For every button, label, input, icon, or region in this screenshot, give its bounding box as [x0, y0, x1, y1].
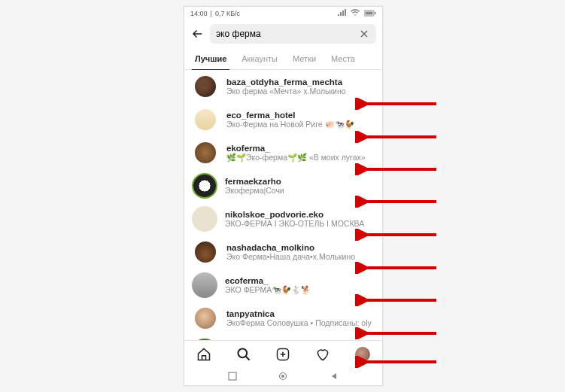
phone-frame: 14:00 | 0,7 КБ/с Лучшие А	[184, 6, 383, 386]
wifi-icon	[351, 9, 360, 18]
svg-rect-1	[366, 11, 373, 14]
result-username: nikolskoe_podvorie.eko	[225, 210, 375, 219]
nav-profile-icon[interactable]	[354, 346, 371, 363]
signal-icon	[337, 9, 346, 18]
back-button[interactable]	[190, 26, 205, 41]
tab-places[interactable]: Места	[324, 47, 363, 69]
tab-top[interactable]: Лучшие	[187, 47, 234, 69]
svg-rect-2	[375, 12, 376, 14]
avatar[interactable]	[192, 173, 217, 199]
avatar[interactable]	[193, 141, 217, 165]
search-box[interactable]	[210, 24, 376, 44]
tab-tags[interactable]: Метки	[285, 47, 324, 69]
battery-icon	[364, 10, 376, 18]
status-divider: |	[211, 10, 212, 17]
result-username: eco_ferma_hotel	[226, 111, 375, 120]
result-username: fermaekzarho	[225, 177, 375, 186]
search-input[interactable]	[216, 29, 358, 39]
result-username: nashadacha_molkino	[226, 243, 375, 252]
result-subtitle: Эко Ферма•Наша дача•х.Молькино	[226, 252, 375, 261]
result-row[interactable]: eco_ferma_hotel Эко-Ферма на Новой Риге …	[184, 103, 382, 136]
result-subtitle: Эко ферма «Мечта» х.Молькино	[226, 87, 375, 96]
result-row[interactable]: ekoferma_ 🌿🌱Эко-ферма🌱🌿 «В моих лугах»	[184, 136, 382, 169]
svg-rect-5	[229, 372, 236, 380]
android-back-button[interactable]	[329, 371, 339, 381]
android-recent-button[interactable]	[227, 371, 238, 381]
avatar[interactable]	[192, 206, 217, 232]
search-tabs: Лучшие Аккаунты Метки Места	[184, 47, 382, 70]
avatar[interactable]	[193, 306, 217, 330]
status-bar: 14:00 | 0,7 КБ/с	[184, 7, 382, 20]
nav-activity-icon[interactable]	[314, 346, 331, 363]
result-row[interactable]: fermaekzarho Экоферма|Сочи	[184, 169, 382, 202]
result-row[interactable]: tanpyatnica ЭкоФерма Соловушка • Подписа…	[184, 302, 382, 335]
result-row[interactable]: ecoferma_ ЭКО ФЕРМА🐄🐓🐇🐕	[184, 269, 382, 302]
search-row	[184, 20, 382, 47]
result-username: baza_otdyha_ferma_mechta	[226, 77, 375, 87]
result-subtitle: ЭкоФерма Соловушка • Подписаны: oly	[226, 318, 375, 327]
android-home-button[interactable]	[278, 371, 288, 381]
avatar[interactable]	[193, 108, 217, 132]
bottom-nav	[184, 340, 382, 367]
avatar[interactable]	[192, 272, 217, 298]
status-netspeed: 0,7 КБ/с	[215, 10, 240, 17]
result-subtitle: Эко-Ферма на Новой Риге 🐖🐄🐓	[226, 120, 375, 129]
result-subtitle: 🌿🌱Эко-ферма🌱🌿 «В моих лугах»	[226, 153, 375, 163]
result-subtitle: ЭКО ФЕРМА🐄🐓🐇🐕	[225, 285, 375, 295]
avatar[interactable]	[193, 240, 217, 264]
svg-point-7	[281, 375, 284, 378]
search-results: baza_otdyha_ferma_mechta Эко ферма «Мечт…	[184, 70, 382, 340]
result-subtitle: Экоферма|Сочи	[225, 186, 375, 195]
result-row[interactable]: baza_otdyha_ferma_mechta Эко ферма «Мечт…	[184, 70, 382, 103]
avatar[interactable]	[193, 74, 217, 99]
result-subtitle: ЭКО-ФЕРМА I ЭКО-ОТЕЛЬ I МОСКВА	[225, 219, 375, 228]
result-row[interactable]: zelen_gel ЭКО🥦ФЕРМА	[184, 335, 382, 340]
clear-search-button[interactable]	[358, 28, 370, 40]
result-username: ecoferma_	[225, 276, 375, 285]
tab-accounts[interactable]: Аккаунты	[234, 47, 285, 69]
status-time: 14:00	[190, 10, 208, 17]
nav-home-icon[interactable]	[196, 346, 212, 363]
svg-point-3	[238, 348, 247, 357]
result-row[interactable]: nashadacha_molkino Эко Ферма•Наша дача•х…	[184, 236, 382, 269]
result-row[interactable]: nikolskoe_podvorie.eko ЭКО-ФЕРМА I ЭКО-О…	[184, 202, 382, 236]
android-nav-bar	[184, 367, 382, 385]
nav-search-icon[interactable]	[235, 346, 252, 363]
result-username: tanpyatnica	[226, 309, 375, 318]
nav-create-icon[interactable]	[275, 346, 291, 363]
result-username: ekoferma_	[226, 144, 375, 153]
